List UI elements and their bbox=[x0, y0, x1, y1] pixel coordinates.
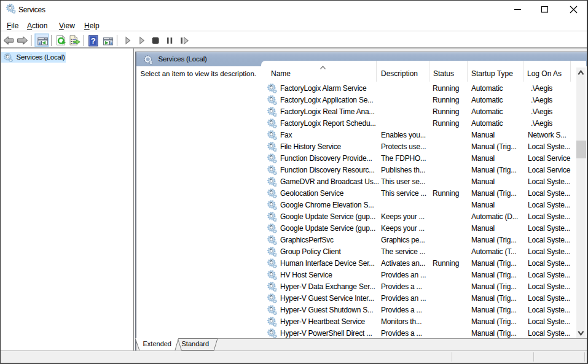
svg-text:?: ? bbox=[91, 36, 96, 45]
